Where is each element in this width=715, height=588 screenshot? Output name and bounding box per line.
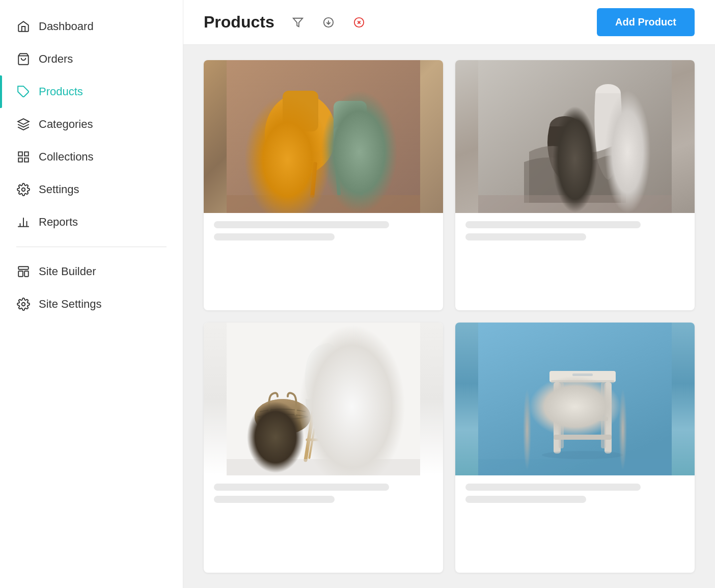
site-builder-icon	[16, 264, 31, 279]
stool-illustration	[455, 323, 695, 475]
sidebar-label-collections: Collections	[39, 150, 94, 164]
svg-point-36	[595, 84, 621, 102]
filter-button[interactable]	[287, 11, 309, 34]
svg-rect-38	[478, 195, 672, 213]
svg-rect-23	[227, 60, 420, 213]
svg-point-58	[542, 451, 623, 459]
sidebar-divider	[16, 247, 167, 247]
sidebar-item-settings[interactable]: Settings	[0, 173, 183, 206]
svg-line-41	[334, 412, 341, 460]
svg-rect-55	[601, 382, 606, 448]
sidebar-label-products: Products	[39, 85, 83, 98]
chairs-illustration	[204, 60, 443, 213]
white-chair-illustration	[204, 323, 443, 475]
cart-icon	[16, 52, 31, 66]
product-title-skeleton-2	[465, 221, 641, 228]
product-price-skeleton-3	[214, 496, 335, 503]
svg-rect-39	[227, 323, 420, 475]
svg-rect-54	[559, 382, 564, 448]
page-header: Products Add Product	[183, 0, 715, 45]
svg-rect-26	[283, 91, 318, 131]
svg-rect-53	[604, 382, 612, 453]
sidebar-label-site-settings: Site Settings	[39, 298, 102, 311]
filter-icon	[292, 17, 304, 28]
product-price-skeleton-4	[465, 496, 586, 503]
svg-rect-34	[478, 60, 672, 213]
product-card-4[interactable]	[455, 323, 695, 573]
close-button[interactable]	[348, 11, 370, 34]
svg-rect-6	[24, 158, 29, 162]
svg-line-44	[336, 427, 339, 458]
product-price-skeleton-1	[214, 233, 335, 240]
add-product-button[interactable]: Add Product	[597, 8, 695, 36]
svg-rect-51	[551, 380, 614, 383]
product-card-1[interactable]	[204, 60, 443, 310]
svg-rect-32	[360, 162, 366, 195]
svg-rect-27	[284, 162, 291, 198]
product-image-2	[455, 60, 695, 213]
svg-line-40	[306, 412, 313, 460]
svg-point-7	[22, 188, 25, 192]
sidebar-label-categories: Categories	[39, 118, 93, 131]
svg-rect-49	[478, 323, 672, 475]
svg-marker-16	[293, 18, 302, 26]
svg-rect-22	[227, 60, 420, 213]
close-circle-icon	[353, 17, 365, 28]
svg-rect-56	[554, 435, 612, 440]
product-price-skeleton-2	[465, 233, 586, 240]
svg-marker-2	[18, 119, 29, 124]
svg-rect-59	[478, 459, 672, 475]
product-info-4	[455, 475, 695, 513]
svg-rect-4	[24, 152, 29, 156]
gear-icon	[16, 182, 31, 197]
sidebar: Dashboard Orders Products	[0, 0, 183, 588]
svg-rect-25	[280, 121, 321, 152]
sidebar-label-settings: Settings	[39, 183, 79, 196]
sidebar-label-orders: Orders	[39, 52, 73, 66]
svg-point-24	[265, 93, 336, 175]
svg-point-15	[22, 303, 25, 306]
product-card-3[interactable]	[204, 323, 443, 573]
bar-chart-icon	[16, 215, 31, 229]
product-title-skeleton-3	[214, 484, 389, 491]
product-image-1	[204, 60, 443, 213]
sidebar-item-categories[interactable]: Categories	[0, 108, 183, 141]
product-image-4	[455, 323, 695, 475]
svg-rect-28	[310, 162, 317, 198]
tag-icon	[16, 85, 31, 99]
svg-rect-5	[18, 158, 22, 162]
product-title-skeleton-1	[214, 221, 389, 228]
sidebar-item-site-builder[interactable]: Site Builder	[0, 255, 183, 288]
export-button[interactable]	[317, 11, 340, 34]
svg-point-45	[255, 399, 311, 435]
export-icon	[323, 17, 334, 28]
svg-rect-33	[227, 195, 420, 213]
page-title: Products	[204, 13, 274, 32]
svg-rect-30	[334, 126, 372, 154]
main-content: Products Add Product	[183, 0, 715, 588]
collections-icon	[16, 150, 31, 164]
product-card-2[interactable]	[455, 60, 695, 310]
sidebar-label-dashboard: Dashboard	[39, 20, 94, 33]
sidebar-item-dashboard[interactable]: Dashboard	[0, 10, 183, 43]
svg-rect-57	[557, 417, 608, 421]
home-icon	[16, 19, 31, 34]
sidebar-item-orders[interactable]: Orders	[0, 43, 183, 75]
product-image-3	[204, 323, 443, 475]
svg-rect-47	[227, 459, 420, 475]
svg-rect-31	[335, 162, 341, 195]
sidebar-item-collections[interactable]: Collections	[0, 141, 183, 173]
product-info-1	[204, 213, 443, 251]
sidebar-item-reports[interactable]: Reports	[0, 206, 183, 238]
svg-rect-48	[478, 323, 672, 475]
product-info-3	[204, 475, 443, 513]
svg-rect-14	[24, 271, 29, 277]
site-settings-icon	[16, 297, 31, 311]
svg-rect-50	[549, 371, 616, 382]
svg-point-37	[549, 116, 580, 137]
sidebar-item-site-settings[interactable]: Site Settings	[0, 288, 183, 320]
svg-rect-13	[18, 271, 23, 277]
svg-rect-29	[334, 101, 367, 139]
sidebar-label-site-builder: Site Builder	[39, 265, 96, 278]
sidebar-item-products[interactable]: Products	[0, 75, 183, 108]
